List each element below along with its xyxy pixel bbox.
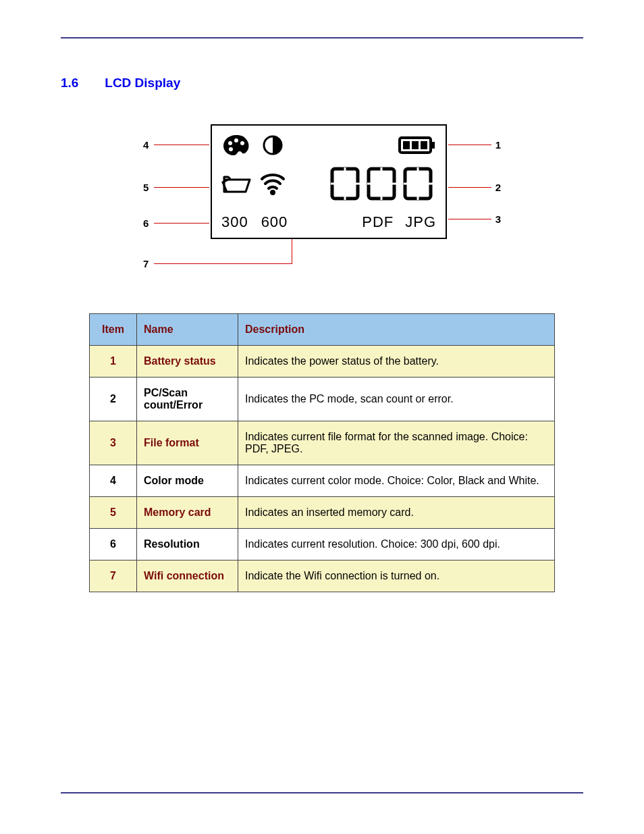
lead-4 [154,145,209,145]
lead-1 [448,145,491,145]
cell-desc: Indicates an inserted memory card. [238,497,555,529]
callout-4: 4 [143,139,149,151]
cell-name: Battery status [137,346,238,377]
lcd-diagram: 4 5 6 7 1 2 3 [143,124,501,280]
section-heading: 1.6 LCD Display [61,76,583,90]
cell-desc: Indicates the PC mode, scan count or err… [238,377,555,421]
lead-6 [154,223,209,224]
cell-desc: Indicate the Wifi connection is turned o… [238,561,555,592]
table-row: 5 Memory card Indicates an inserted memo… [90,497,555,529]
cell-name: Memory card [137,497,238,529]
format-options: PDF JPG [362,213,436,231]
callout-6: 6 [143,217,149,229]
svg-point-1 [234,138,238,142]
lcd-frame: 300 600 PDF JPG [211,124,447,239]
table-row: 6 Resolution Indicates current resolutio… [90,529,555,561]
cell-item: 6 [90,529,137,561]
cell-name: File format [137,421,238,465]
cell-desc: Indicates the power status of the batter… [238,346,555,377]
callout-2: 2 [495,182,501,193]
table-row: 4 Color mode Indicates current color mod… [90,465,555,497]
cell-item: 3 [90,421,137,465]
cell-name: Color mode [137,465,238,497]
svg-point-10 [270,190,275,195]
table-row: 2 PC/Scan count/Error Indicates the PC m… [90,377,555,421]
svg-rect-6 [431,142,435,149]
lead-7h [154,263,248,264]
fmt-pdf: PDF [362,213,394,230]
svg-point-2 [240,141,244,145]
lead-7h2 [248,263,292,264]
cell-name: Wifi connection [137,561,238,592]
svg-point-0 [228,141,232,145]
wifi-icon [259,171,286,199]
callout-1: 1 [495,139,501,151]
resolution-options: 300 600 [221,213,288,231]
svg-rect-7 [403,141,410,149]
lead-5 [154,187,209,188]
svg-rect-8 [412,141,419,149]
svg-point-3 [229,147,233,151]
section-title: LCD Display [105,76,180,90]
contrast-icon [262,134,284,159]
cell-name: Resolution [137,529,238,561]
cell-name: PC/Scan count/Error [137,377,238,421]
table-header-row: Item Name Description [90,314,555,346]
page-content: 1.6 LCD Display 4 5 6 7 1 2 3 [0,0,644,619]
digit-display [328,165,436,205]
palette-icon [221,134,251,159]
cell-desc: Indicates current file format for the sc… [238,421,555,465]
header-desc: Description [238,314,555,346]
cell-item: 7 [90,561,137,592]
res-300: 300 [221,213,248,230]
callout-3: 3 [495,213,501,225]
top-rule [61,37,583,38]
svg-rect-9 [421,141,427,149]
cell-item: 2 [90,377,137,421]
cell-item: 5 [90,497,137,529]
fmt-jpg: JPG [405,213,436,230]
table-row: 1 Battery status Indicates the power sta… [90,346,555,377]
callout-7: 7 [143,258,149,269]
lead-3 [448,219,491,219]
table-row: 3 File format Indicates current file for… [90,421,555,465]
battery-icon [398,135,436,158]
folder-icon [221,172,251,199]
cell-desc: Indicates current color mode. Choice: Co… [238,465,555,497]
cell-item: 1 [90,346,137,377]
section-number: 1.6 [61,76,101,90]
lead-2 [448,187,491,188]
header-item: Item [90,314,137,346]
cell-desc: Indicates current resolution. Choice: 30… [238,529,555,561]
bottom-rule [61,792,583,793]
callout-5: 5 [143,182,149,193]
res-600: 600 [261,213,288,230]
table-row: 7 Wifi connection Indicate the Wifi conn… [90,561,555,592]
cell-item: 4 [90,465,137,497]
header-name: Name [137,314,238,346]
description-table: Item Name Description 1 Battery status I… [89,313,555,592]
